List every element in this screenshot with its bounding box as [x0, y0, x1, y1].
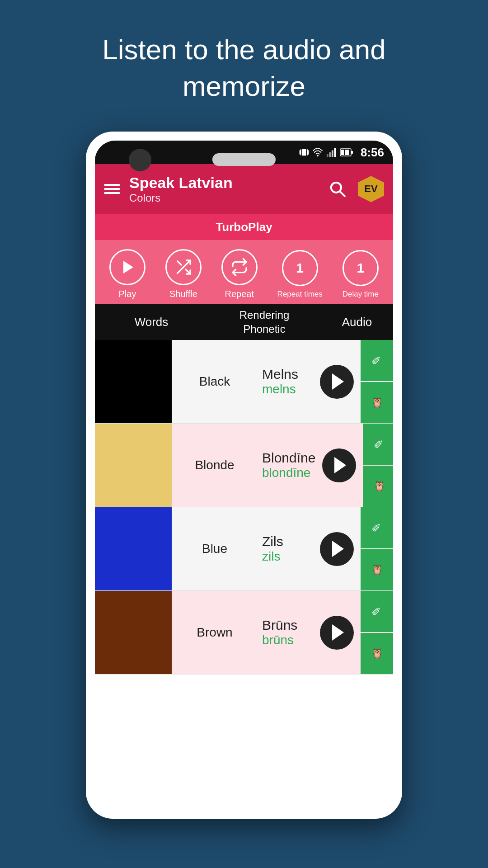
blue-color-swatch: [95, 507, 172, 590]
wifi-icon: [313, 147, 323, 157]
action-buttons-black: ✏ 🦉: [361, 340, 393, 423]
shuffle-control[interactable]: Shuffle: [165, 249, 202, 299]
svg-rect-12: [351, 151, 353, 154]
play-triangle-blue: [332, 541, 344, 557]
rendering-phonetic-column-header: RenderingPhonetic: [208, 308, 321, 336]
translation-phonetic-blue: zils: [262, 549, 280, 564]
word-blonde: Blonde: [172, 424, 258, 507]
edit-button-blue[interactable]: ✏: [361, 507, 393, 548]
play-button-black[interactable]: [320, 365, 354, 399]
repeat-times-circle: 1: [282, 250, 318, 286]
edit-button-black[interactable]: ✏: [361, 340, 393, 381]
status-time: 8:56: [361, 146, 384, 160]
owl-button-black[interactable]: 🦉: [361, 382, 393, 423]
edit-button-blonde[interactable]: ✏: [363, 424, 393, 465]
search-icon: [329, 180, 346, 198]
play-triangle-brown: [332, 624, 344, 641]
play-button-blonde[interactable]: [322, 448, 356, 482]
word-brown: Brown: [172, 591, 258, 674]
turboplay-label: TurboPlay: [216, 220, 272, 234]
repeat-circle: [221, 249, 258, 285]
play-control[interactable]: Play: [109, 249, 145, 299]
edit-button-brown[interactable]: ✏: [361, 591, 393, 632]
table-row: Blonde Blondīne blondīne ✏ 🦉: [95, 424, 393, 507]
svg-rect-7: [329, 152, 331, 157]
table-row: Blue Zils zils ✏ 🦉: [95, 507, 393, 591]
phone-device: 8:56 Speak Latvian Colors EV: [86, 132, 402, 819]
play-triangle-black: [332, 373, 344, 390]
app-subtitle: Colors: [129, 192, 326, 204]
repeat-icon: [230, 258, 249, 276]
owl-icon-brown: 🦉: [371, 648, 383, 660]
phone-speaker: [212, 153, 276, 166]
audio-column-header: Audio: [321, 315, 393, 329]
repeat-times-value: 1: [296, 260, 304, 276]
translation-main-blue: Zils: [262, 534, 283, 549]
delay-time-control[interactable]: 1 Delay time: [343, 250, 379, 299]
table-row: Black Melns melns ✏ 🦉: [95, 340, 393, 424]
translation-blonde: Blondīne blondīne: [258, 424, 315, 507]
shuffle-label: Shuffle: [169, 289, 197, 299]
repeat-times-control[interactable]: 1 Repeat times: [277, 250, 323, 299]
svg-rect-0: [302, 149, 306, 156]
play-triangle-icon: [123, 261, 133, 274]
delay-time-value: 1: [357, 260, 364, 276]
brown-color-swatch: [95, 591, 172, 674]
translation-blue: Zils zils: [258, 507, 313, 590]
app-title: Speak Latvian: [129, 174, 326, 192]
action-buttons-blonde: ✏ 🦉: [363, 424, 393, 507]
repeat-label: Repeat: [225, 289, 254, 299]
translation-brown: Brūns brūns: [258, 591, 313, 674]
word-black: Black: [172, 340, 258, 423]
word-list: Black Melns melns ✏ 🦉: [95, 340, 393, 810]
translation-black: Melns melns: [258, 340, 313, 423]
owl-icon-black: 🦉: [371, 397, 383, 409]
shuffle-icon: [174, 258, 192, 276]
svg-rect-8: [332, 151, 333, 157]
svg-rect-6: [327, 154, 328, 157]
battery-icon: [340, 147, 353, 157]
owl-button-brown[interactable]: 🦉: [361, 633, 393, 674]
table-row: Brown Brūns brūns ✏ 🦉: [95, 591, 393, 675]
delay-time-circle: 1: [343, 250, 379, 286]
svg-rect-11: [341, 150, 349, 155]
pencil-icon-blue: ✏: [368, 519, 385, 536]
pencil-icon-black: ✏: [368, 352, 385, 369]
status-icons: 8:56: [299, 146, 384, 160]
signal-icon: [326, 147, 336, 157]
owl-icon-blonde: 🦉: [373, 481, 385, 492]
black-color-swatch: [95, 340, 172, 423]
play-button-blue[interactable]: [320, 532, 354, 566]
search-button[interactable]: [326, 178, 349, 200]
action-buttons-brown: ✏ 🦉: [361, 591, 393, 674]
page-headline: Listen to the audio and memorize: [66, 32, 422, 104]
translation-main-black: Melns: [262, 367, 298, 382]
pencil-icon-brown: ✏: [368, 603, 385, 620]
menu-button[interactable]: [104, 184, 120, 194]
ev-logo-button[interactable]: EV: [358, 176, 384, 202]
turboplay-bar: TurboPlay: [95, 214, 393, 240]
owl-icon-blue: 🦉: [371, 564, 383, 576]
column-headers: Words RenderingPhonetic Audio: [95, 304, 393, 340]
app-bar: Speak Latvian Colors EV: [95, 164, 393, 214]
words-column-header: Words: [95, 315, 208, 329]
translation-main-brown: Brūns: [262, 618, 297, 633]
svg-point-5: [317, 155, 319, 157]
action-buttons-blue: ✏ 🦉: [361, 507, 393, 590]
owl-button-blonde[interactable]: 🦉: [363, 466, 393, 507]
play-label: Play: [118, 289, 136, 299]
repeat-control[interactable]: Repeat: [221, 249, 258, 299]
play-circle: [109, 249, 145, 285]
translation-phonetic-brown: brūns: [262, 633, 294, 647]
phone-camera: [129, 149, 151, 171]
word-blue: Blue: [172, 507, 258, 590]
repeat-times-label: Repeat times: [277, 290, 323, 299]
svg-line-15: [340, 192, 345, 196]
owl-button-blue[interactable]: 🦉: [361, 549, 393, 590]
controls-bar: Play Shuffle: [95, 240, 393, 304]
translation-phonetic-blonde: blondīne: [262, 466, 310, 480]
translation-main-blonde: Blondīne: [262, 450, 315, 466]
translation-phonetic-black: melns: [262, 382, 296, 396]
play-button-brown[interactable]: [320, 616, 354, 650]
app-title-container: Speak Latvian Colors: [129, 174, 326, 204]
